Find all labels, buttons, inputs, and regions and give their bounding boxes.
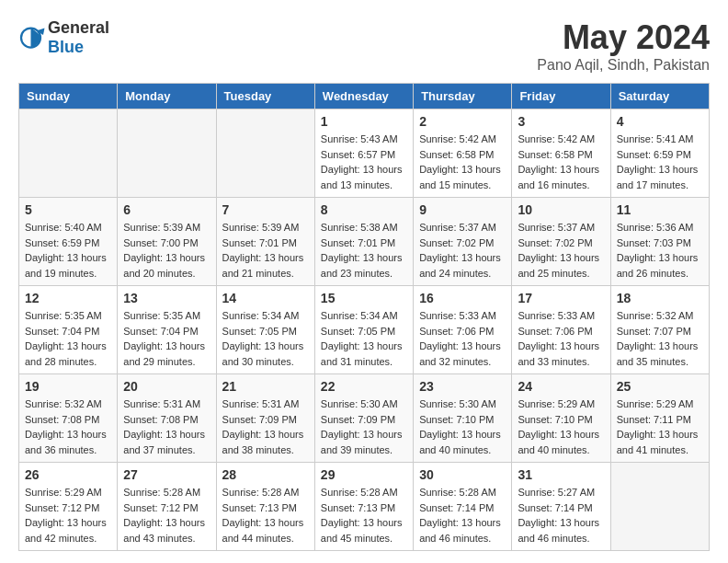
calendar-cell bbox=[216, 109, 314, 198]
calendar-cell: 2 Sunrise: 5:42 AM Sunset: 6:58 PM Dayli… bbox=[414, 109, 512, 198]
day-info: Sunrise: 5:41 AM Sunset: 6:59 PM Dayligh… bbox=[617, 132, 703, 192]
day-info: Sunrise: 5:28 AM Sunset: 7:12 PM Dayligh… bbox=[123, 485, 210, 546]
logo-text: General Blue bbox=[48, 18, 109, 57]
logo: General Blue bbox=[18, 18, 109, 57]
col-monday: Monday bbox=[118, 84, 216, 109]
calendar-cell: 30 Sunrise: 5:28 AM Sunset: 7:14 PM Dayl… bbox=[414, 463, 512, 551]
day-number: 14 bbox=[222, 291, 309, 305]
day-number: 30 bbox=[419, 467, 506, 482]
col-saturday: Saturday bbox=[610, 84, 709, 109]
day-info: Sunrise: 5:29 AM Sunset: 7:12 PM Dayligh… bbox=[25, 485, 111, 546]
calendar-cell: 21 Sunrise: 5:31 AM Sunset: 7:09 PM Dayl… bbox=[216, 374, 314, 463]
day-number: 22 bbox=[321, 379, 407, 394]
day-info: Sunrise: 5:40 AM Sunset: 6:59 PM Dayligh… bbox=[25, 220, 111, 281]
calendar-cell: 26 Sunrise: 5:29 AM Sunset: 7:12 PM Dayl… bbox=[19, 463, 118, 551]
calendar-cell: 4 Sunrise: 5:41 AM Sunset: 6:59 PM Dayli… bbox=[610, 109, 709, 198]
day-number: 7 bbox=[222, 202, 309, 217]
day-info: Sunrise: 5:38 AM Sunset: 7:01 PM Dayligh… bbox=[321, 220, 407, 281]
day-info: Sunrise: 5:43 AM Sunset: 6:57 PM Dayligh… bbox=[321, 132, 407, 192]
page-header: General Blue May 2024 Pano Aqil, Sindh, … bbox=[18, 18, 710, 74]
calendar-cell: 19 Sunrise: 5:32 AM Sunset: 7:08 PM Dayl… bbox=[19, 374, 118, 463]
calendar-cell: 24 Sunrise: 5:29 AM Sunset: 7:10 PM Dayl… bbox=[512, 374, 610, 463]
day-info: Sunrise: 5:32 AM Sunset: 7:07 PM Dayligh… bbox=[617, 308, 703, 369]
calendar-cell bbox=[610, 463, 709, 551]
day-number: 17 bbox=[518, 291, 604, 305]
calendar-cell: 27 Sunrise: 5:28 AM Sunset: 7:12 PM Dayl… bbox=[118, 463, 216, 551]
title-area: May 2024 Pano Aqil, Sindh, Pakistan bbox=[537, 18, 710, 74]
logo-icon bbox=[18, 24, 46, 52]
day-number: 6 bbox=[123, 202, 210, 217]
calendar-cell: 14 Sunrise: 5:34 AM Sunset: 7:05 PM Dayl… bbox=[216, 286, 314, 374]
day-number: 24 bbox=[518, 379, 604, 394]
day-info: Sunrise: 5:30 AM Sunset: 7:09 PM Dayligh… bbox=[321, 396, 407, 457]
week-row-4: 19 Sunrise: 5:32 AM Sunset: 7:08 PM Dayl… bbox=[19, 374, 710, 463]
day-number: 31 bbox=[518, 467, 604, 482]
day-number: 12 bbox=[25, 291, 111, 305]
day-info: Sunrise: 5:30 AM Sunset: 7:10 PM Dayligh… bbox=[419, 396, 506, 457]
calendar-cell: 9 Sunrise: 5:37 AM Sunset: 7:02 PM Dayli… bbox=[414, 198, 512, 286]
day-info: Sunrise: 5:35 AM Sunset: 7:04 PM Dayligh… bbox=[25, 308, 111, 369]
calendar-cell bbox=[19, 109, 118, 198]
day-number: 23 bbox=[419, 379, 506, 394]
calendar-cell: 13 Sunrise: 5:35 AM Sunset: 7:04 PM Dayl… bbox=[118, 286, 216, 374]
calendar-cell: 11 Sunrise: 5:36 AM Sunset: 7:03 PM Dayl… bbox=[610, 198, 709, 286]
calendar-cell bbox=[118, 109, 216, 198]
day-number: 11 bbox=[617, 202, 703, 217]
week-row-2: 5 Sunrise: 5:40 AM Sunset: 6:59 PM Dayli… bbox=[19, 198, 710, 286]
day-info: Sunrise: 5:32 AM Sunset: 7:08 PM Dayligh… bbox=[25, 396, 111, 457]
calendar-cell: 5 Sunrise: 5:40 AM Sunset: 6:59 PM Dayli… bbox=[19, 198, 118, 286]
day-number: 13 bbox=[123, 291, 210, 305]
col-thursday: Thursday bbox=[414, 84, 512, 109]
calendar-cell: 28 Sunrise: 5:28 AM Sunset: 7:13 PM Dayl… bbox=[216, 463, 314, 551]
day-info: Sunrise: 5:37 AM Sunset: 7:02 PM Dayligh… bbox=[518, 220, 604, 281]
calendar-cell: 15 Sunrise: 5:34 AM Sunset: 7:05 PM Dayl… bbox=[314, 286, 413, 374]
calendar-cell: 25 Sunrise: 5:29 AM Sunset: 7:11 PM Dayl… bbox=[610, 374, 709, 463]
weekday-header-row: Sunday Monday Tuesday Wednesday Thursday… bbox=[19, 84, 710, 109]
day-number: 29 bbox=[321, 467, 407, 482]
day-number: 3 bbox=[518, 114, 604, 129]
calendar-cell: 7 Sunrise: 5:39 AM Sunset: 7:01 PM Dayli… bbox=[216, 198, 314, 286]
day-info: Sunrise: 5:42 AM Sunset: 6:58 PM Dayligh… bbox=[518, 132, 604, 192]
location-title: Pano Aqil, Sindh, Pakistan bbox=[537, 57, 710, 74]
calendar-cell: 8 Sunrise: 5:38 AM Sunset: 7:01 PM Dayli… bbox=[314, 198, 413, 286]
day-info: Sunrise: 5:28 AM Sunset: 7:14 PM Dayligh… bbox=[419, 485, 506, 546]
day-number: 16 bbox=[419, 291, 506, 305]
day-number: 26 bbox=[25, 467, 111, 482]
day-number: 1 bbox=[321, 114, 407, 129]
day-number: 19 bbox=[25, 379, 111, 394]
calendar-table: Sunday Monday Tuesday Wednesday Thursday… bbox=[18, 83, 710, 551]
calendar-cell: 6 Sunrise: 5:39 AM Sunset: 7:00 PM Dayli… bbox=[118, 198, 216, 286]
day-number: 4 bbox=[617, 114, 703, 129]
calendar-cell: 3 Sunrise: 5:42 AM Sunset: 6:58 PM Dayli… bbox=[512, 109, 610, 198]
day-number: 18 bbox=[617, 291, 703, 305]
week-row-3: 12 Sunrise: 5:35 AM Sunset: 7:04 PM Dayl… bbox=[19, 286, 710, 374]
day-number: 5 bbox=[25, 202, 111, 217]
day-info: Sunrise: 5:39 AM Sunset: 7:01 PM Dayligh… bbox=[222, 220, 309, 281]
calendar-cell: 23 Sunrise: 5:30 AM Sunset: 7:10 PM Dayl… bbox=[414, 374, 512, 463]
calendar-cell: 18 Sunrise: 5:32 AM Sunset: 7:07 PM Dayl… bbox=[610, 286, 709, 374]
calendar-cell: 22 Sunrise: 5:30 AM Sunset: 7:09 PM Dayl… bbox=[314, 374, 413, 463]
day-number: 27 bbox=[123, 467, 210, 482]
calendar-cell: 17 Sunrise: 5:33 AM Sunset: 7:06 PM Dayl… bbox=[512, 286, 610, 374]
day-info: Sunrise: 5:27 AM Sunset: 7:14 PM Dayligh… bbox=[518, 485, 604, 546]
day-info: Sunrise: 5:37 AM Sunset: 7:02 PM Dayligh… bbox=[419, 220, 506, 281]
day-info: Sunrise: 5:29 AM Sunset: 7:10 PM Dayligh… bbox=[518, 396, 604, 457]
day-number: 9 bbox=[419, 202, 506, 217]
day-info: Sunrise: 5:42 AM Sunset: 6:58 PM Dayligh… bbox=[419, 132, 506, 192]
day-info: Sunrise: 5:28 AM Sunset: 7:13 PM Dayligh… bbox=[321, 485, 407, 546]
calendar-cell: 16 Sunrise: 5:33 AM Sunset: 7:06 PM Dayl… bbox=[414, 286, 512, 374]
day-info: Sunrise: 5:34 AM Sunset: 7:05 PM Dayligh… bbox=[222, 308, 309, 369]
day-info: Sunrise: 5:34 AM Sunset: 7:05 PM Dayligh… bbox=[321, 308, 407, 369]
day-number: 28 bbox=[222, 467, 309, 482]
day-info: Sunrise: 5:33 AM Sunset: 7:06 PM Dayligh… bbox=[419, 308, 506, 369]
day-info: Sunrise: 5:31 AM Sunset: 7:09 PM Dayligh… bbox=[222, 396, 309, 457]
day-number: 8 bbox=[321, 202, 407, 217]
day-info: Sunrise: 5:31 AM Sunset: 7:08 PM Dayligh… bbox=[123, 396, 210, 457]
col-sunday: Sunday bbox=[19, 84, 118, 109]
day-number: 2 bbox=[419, 114, 506, 129]
day-number: 20 bbox=[123, 379, 210, 394]
col-friday: Friday bbox=[512, 84, 610, 109]
day-number: 21 bbox=[222, 379, 309, 394]
col-wednesday: Wednesday bbox=[314, 84, 413, 109]
day-info: Sunrise: 5:28 AM Sunset: 7:13 PM Dayligh… bbox=[222, 485, 309, 546]
